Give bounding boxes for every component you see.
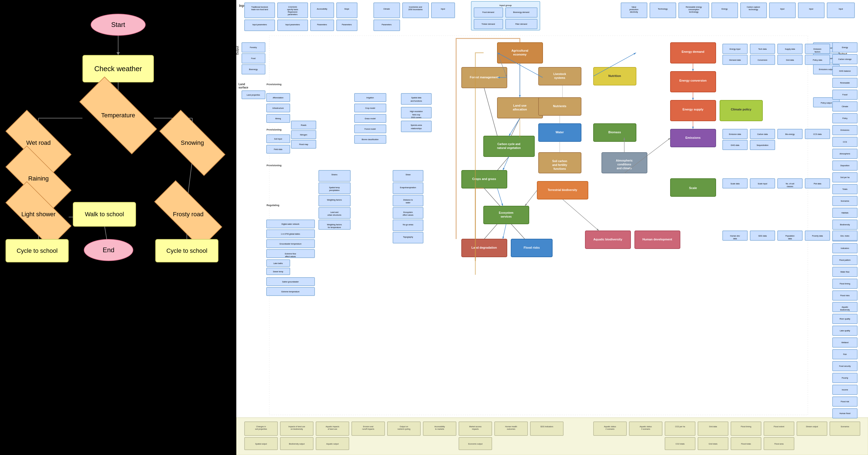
svg-text:Soil carbon: Soil carbon [552, 160, 567, 163]
svg-text:Atmospheric: Atmospheric [840, 153, 850, 155]
svg-text:on biodiversity: on biodiversity [291, 428, 303, 430]
svg-text:Livestock: Livestock [553, 72, 566, 75]
svg-text:Flood risk: Flood risk [841, 401, 849, 402]
svg-text:services: services [501, 215, 512, 218]
svg-text:Fiber demand: Fiber demand [515, 23, 527, 25]
svg-text:2 scenario: 2 scenario [606, 428, 614, 430]
svg-text:Lake baths: Lake baths [273, 263, 283, 264]
svg-text:Tech data: Tech data [758, 48, 767, 50]
svg-text:Biodiversity: Biodiversity [840, 224, 850, 226]
svg-text:Energy: Energy [842, 47, 848, 49]
svg-text:Evapotranspiration: Evapotranspiration [400, 187, 416, 189]
svg-text:GHG data: GHG data [731, 144, 739, 146]
svg-text:CO2 per ha: CO2 per ha [675, 426, 685, 428]
end-node: End [84, 239, 133, 261]
svg-text:Atmospheric: Atmospheric [616, 159, 633, 162]
svg-text:Aquatic output: Aquatic output [327, 443, 339, 445]
svg-text:consumption: consumption [688, 8, 699, 11]
svg-text:production: production [629, 8, 639, 11]
cycle-to-school-2-node: Cycle to school [155, 239, 218, 263]
svg-text:Nutrients: Nutrients [553, 104, 566, 108]
svg-text:Energy supply: Energy supply [683, 108, 704, 111]
svg-text:SDG data: SDG data [758, 235, 767, 237]
start-node: Start [91, 14, 146, 36]
svg-text:effect values: effect values [403, 214, 413, 216]
svg-text:technology: technology [689, 11, 699, 13]
svg-text:Roads: Roads [301, 124, 307, 126]
svg-text:functions: functions [554, 167, 566, 170]
svg-text:Saline groundwater: Saline groundwater [282, 281, 299, 283]
svg-text:Soil per ha: Soil per ha [840, 176, 849, 179]
svg-text:Carbon cycle and: Carbon cycle and [497, 143, 520, 146]
complex-diagram-svg: Input Input Traditional livestock trade-… [236, 0, 868, 455]
svg-text:biodiversity: biodiversity [840, 309, 850, 311]
svg-text:Emissions output: Emissions output [819, 68, 833, 71]
svg-text:Timber demand: Timber demand [482, 23, 495, 25]
svg-text:1 m DTM global tables: 1 m DTM global tables [281, 233, 300, 235]
svg-text:trade-non-food land: trade-non-food land [251, 8, 268, 10]
svg-text:Human development: Human development [643, 238, 672, 241]
svg-text:Biodiversity output: Biodiversity output [289, 443, 305, 445]
svg-text:Input parameters: Input parameters [252, 24, 267, 26]
svg-rect-210 [830, 422, 860, 435]
svg-text:No. of soil: No. of soil [785, 183, 794, 185]
svg-text:Market access: Market access [469, 426, 482, 427]
svg-text:Input: Input [839, 8, 843, 10]
svg-text:Human dev: Human dev [730, 235, 740, 237]
svg-text:Sequestration: Sequestration [756, 144, 768, 147]
svg-text:Provisioning: Provisioning [267, 164, 282, 167]
svg-text:Grass model: Grass model [365, 118, 376, 120]
wet-road-node: Wet road [7, 128, 70, 158]
svg-rect-28 [310, 3, 334, 18]
svg-text:Impacts of land use: Impacts of land use [288, 426, 305, 428]
svg-text:Infrastructure: Infrastructure [272, 107, 284, 109]
svg-text:outcomes: outcomes [507, 428, 516, 430]
svg-text:Weighting factors: Weighting factors [327, 199, 342, 201]
svg-text:Carbon capture: Carbon capture [747, 6, 760, 8]
svg-text:soil properties: soil properties [255, 428, 267, 430]
svg-text:Extreme flow: Extreme flow [285, 253, 296, 255]
svg-text:Strains: Strains [331, 174, 337, 176]
svg-text:Crops and grass: Crops and grass [472, 177, 496, 181]
svg-text:of land use: of land use [328, 428, 337, 430]
svg-text:classes: classes [787, 185, 793, 187]
svg-text:Traditional livestock: Traditional livestock [251, 6, 268, 8]
svg-text:Erosion and: Erosion and [363, 426, 373, 427]
svg-text:Species-area: Species-area [410, 124, 422, 126]
svg-text:Land: Land [239, 83, 245, 86]
svg-text:water: water [405, 202, 410, 204]
svg-text:Totals: Totals [842, 188, 848, 190]
svg-text:Food demand: Food demand [482, 11, 494, 13]
svg-text:Extreme temperature: Extreme temperature [281, 291, 300, 293]
temperature-node: Temperature [81, 97, 155, 133]
svg-text:Grid totals: Grid totals [709, 443, 717, 445]
svg-text:Terrestrial biodiversity: Terrestrial biodiversity [548, 188, 577, 191]
svg-text:Aquatic: Aquatic [842, 306, 848, 308]
svg-text:for temperature: for temperature [328, 226, 341, 229]
svg-text:Flood risks: Flood risks [524, 246, 540, 249]
svg-text:Field data: Field data [274, 148, 282, 150]
svg-text:and fertility: and fertility [552, 163, 567, 166]
svg-text:Human health: Human health [505, 426, 517, 427]
svg-text:Emissions: Emissions [685, 136, 701, 139]
svg-text:Poverty: Poverty [842, 377, 848, 379]
svg-text:River quality: River quality [840, 318, 850, 320]
svg-text:Energy input: Energy input [730, 48, 740, 50]
svg-text:runoff impacts: runoff impacts [362, 428, 374, 430]
svg-text:allocation: allocation [513, 108, 527, 111]
svg-text:Ecosystem: Ecosystem [499, 211, 514, 214]
svg-text:Flood risks: Flood risks [840, 295, 849, 297]
svg-text:Weighting factors: Weighting factors [327, 224, 342, 226]
svg-text:Flood timing: Flood timing [741, 426, 751, 428]
svg-text:CCS data: CCS data [813, 133, 822, 135]
svg-text:Water: Water [556, 130, 564, 134]
svg-text:nutrient cycling: nutrient cycling [398, 428, 410, 430]
svg-text:SDG indicators: SDG indicators [540, 426, 553, 427]
svg-text:Flood area: Flood area [774, 443, 784, 445]
svg-text:to markets: to markets [435, 428, 444, 430]
svg-text:Value: Value [631, 6, 636, 8]
cycle-to-school-1-node: Cycle to school [5, 239, 69, 263]
walk-to-school-node: Walk to school [73, 202, 136, 227]
svg-text:CCS: CCS [843, 141, 847, 143]
svg-text:Scale input: Scale input [758, 183, 768, 185]
